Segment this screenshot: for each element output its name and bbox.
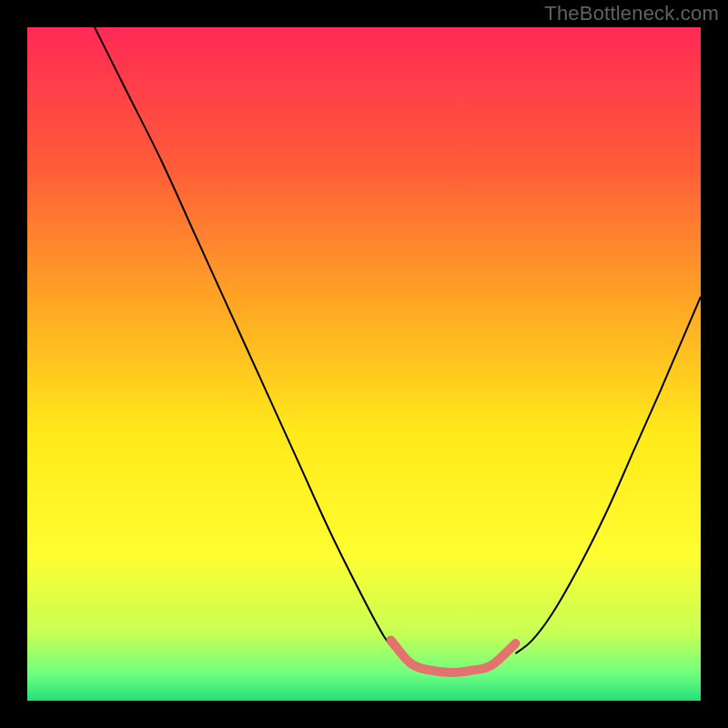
watermark-text: TheBottleneck.com [544,2,719,25]
bottleneck-chart [27,27,701,701]
chart-stage: TheBottleneck.com [0,0,728,728]
